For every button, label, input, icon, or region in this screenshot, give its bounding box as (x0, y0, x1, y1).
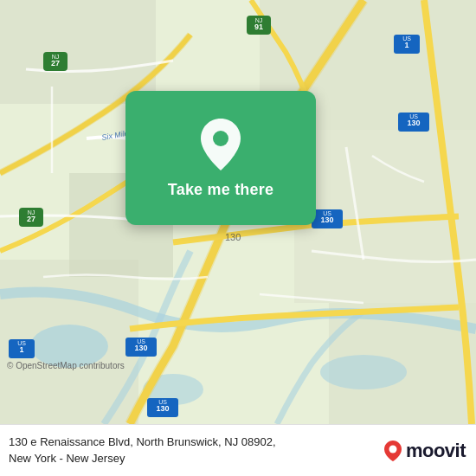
svg-text:130: 130 (134, 344, 147, 352)
svg-text:US: US (17, 340, 26, 346)
svg-text:1: 1 (404, 41, 408, 49)
svg-text:US: US (158, 399, 167, 405)
svg-text:27: 27 (51, 59, 60, 68)
navigation-card[interactable]: Take me there (125, 91, 316, 225)
svg-text:US: US (402, 35, 411, 42)
address-block: 130 e Renaissance Blvd, North Brunswick,… (9, 434, 376, 466)
svg-point-42 (213, 131, 228, 146)
svg-text:130: 130 (156, 404, 169, 413)
svg-text:130: 130 (407, 119, 420, 127)
address-line1: 130 e Renaissance Blvd, North Brunswick,… (9, 434, 376, 466)
svg-text:1: 1 (19, 345, 23, 354)
osm-attribution: © OpenStreetMap contributors (7, 361, 125, 370)
svg-text:NJ: NJ (255, 17, 263, 23)
moovit-logo: moovit (383, 440, 466, 462)
location-pin-icon (197, 117, 244, 172)
svg-point-9 (320, 355, 407, 389)
svg-text:130: 130 (320, 215, 333, 224)
moovit-brand-text: moovit (406, 440, 466, 462)
svg-text:NJ: NJ (28, 209, 35, 215)
svg-text:US: US (409, 113, 418, 119)
svg-text:91: 91 (254, 23, 263, 31)
moovit-pin-icon (383, 440, 402, 462)
svg-point-43 (389, 445, 396, 453)
svg-text:US: US (137, 338, 145, 344)
svg-text:NJ: NJ (52, 54, 60, 60)
svg-text:130: 130 (225, 232, 241, 242)
bottom-info-bar: 130 e Renaissance Blvd, North Brunswick,… (0, 424, 476, 476)
take-me-there-button[interactable]: Take me there (168, 181, 273, 199)
map-container: 27 NJ 91 NJ 1 US 1 US 1 US 130 US 130 US… (0, 0, 476, 424)
svg-text:US: US (323, 210, 331, 216)
svg-text:27: 27 (27, 215, 35, 223)
